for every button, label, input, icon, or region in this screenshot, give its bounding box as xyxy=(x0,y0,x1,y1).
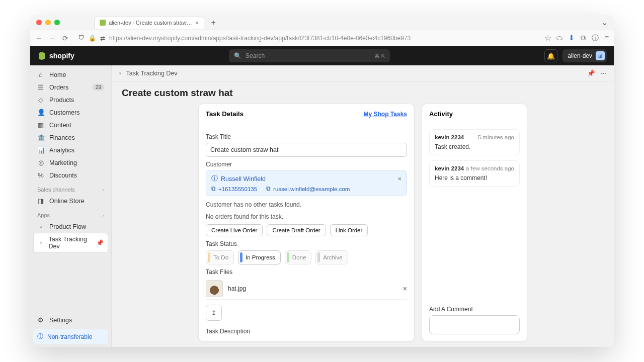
upload-button[interactable]: ↥ xyxy=(206,305,222,321)
sidebar-item-discounts[interactable]: %Discounts xyxy=(33,169,108,182)
sidebar-item-marketing[interactable]: ◎Marketing xyxy=(33,156,108,169)
info-icon: ⓘ xyxy=(211,174,218,183)
sidebar-item-content[interactable]: ▦Content xyxy=(33,119,108,131)
minimize-window[interactable] xyxy=(45,20,51,25)
status-archive[interactable]: Archive xyxy=(315,250,348,264)
tabs-dropdown-icon[interactable]: ⌄ xyxy=(601,18,608,27)
sidebar-item-home[interactable]: ⌂Home xyxy=(33,68,108,81)
app-icon: ▫ xyxy=(37,223,44,230)
chevron-right-icon: › xyxy=(102,187,104,193)
home-icon: ⌂ xyxy=(37,71,44,78)
sidebar: ⌂Home ☰Orders29 ◇Products 👤Customers ▦Co… xyxy=(30,65,112,347)
star-icon[interactable]: ☆ xyxy=(544,33,551,43)
global-search[interactable]: 🔍 Search ⌘ K xyxy=(229,49,390,62)
activity-title: Activity xyxy=(429,110,453,118)
notifications-button[interactable]: 🔔 xyxy=(544,49,557,62)
customer-phone: +16135550135 xyxy=(218,186,257,192)
non-transferable-banner[interactable]: ⓘNon-transferable xyxy=(33,329,108,344)
file-name: hat.jpg xyxy=(228,285,246,292)
status-group: To Do In Progress Done Archive xyxy=(206,250,407,264)
pocket-icon[interactable]: ⬭ xyxy=(556,34,562,43)
remove-file-icon[interactable]: × xyxy=(403,285,407,293)
menu-icon[interactable]: ≡ xyxy=(605,34,609,43)
link-order-button[interactable]: Link Order xyxy=(330,224,368,236)
shield-icon: ⛉ xyxy=(78,35,85,42)
remove-customer-icon[interactable]: × xyxy=(397,175,401,183)
files-label: Task Files xyxy=(206,268,407,276)
products-icon: ◇ xyxy=(37,96,44,104)
reload-icon[interactable]: ⟳ xyxy=(61,34,69,42)
copy-icon[interactable]: ⧉ xyxy=(266,186,271,192)
status-in-progress[interactable]: In Progress xyxy=(238,250,281,264)
brand-text: shopify xyxy=(49,52,74,60)
copy-icon[interactable]: ⧉ xyxy=(211,186,216,192)
page-title: Create custom straw hat xyxy=(112,81,614,104)
create-draft-order-button[interactable]: Create Draft Order xyxy=(267,224,326,236)
pin-icon[interactable]: 📌 xyxy=(96,239,104,246)
app-icon: ▫ xyxy=(119,70,121,77)
address-bar[interactable]: ⛉ 🔒 ⇄ https://alien-dev.myshopify.com/ad… xyxy=(74,35,539,42)
status-done[interactable]: Done xyxy=(285,250,312,264)
discounts-icon: % xyxy=(37,171,44,179)
customer-email[interactable]: russel.winfield@example.com xyxy=(273,186,350,192)
browser-tab[interactable]: alien-dev · Create custom straw… × xyxy=(94,17,204,29)
app-icon: ▫ xyxy=(38,239,44,247)
activity-item: kevin 2234a few seconds ago Here is a co… xyxy=(429,160,520,187)
analytics-icon: 📊 xyxy=(37,146,44,154)
upload-icon: ↥ xyxy=(211,309,216,316)
card-title: Task Details xyxy=(206,110,244,118)
favicon-icon xyxy=(100,20,106,26)
extensions-icon[interactable]: ⧉ xyxy=(581,34,586,43)
sidebar-section-channels[interactable]: Sales channels› xyxy=(33,182,108,195)
task-title-input[interactable] xyxy=(206,143,407,157)
sidebar-item-analytics[interactable]: 📊Analytics xyxy=(33,144,108,156)
customer-name[interactable]: Russell Winfield xyxy=(221,175,266,183)
file-row: hat.jpg × xyxy=(206,278,407,300)
browser-window: alien-dev · Create custom straw… × + ⌄ ←… xyxy=(30,15,614,347)
sidebar-item-task-tracking[interactable]: ▫Task Tracking Dev📌 xyxy=(33,233,108,253)
shopify-logo[interactable]: shopify xyxy=(37,51,74,60)
create-live-order-button[interactable]: Create Live Order xyxy=(206,224,263,236)
my-shop-tasks-link[interactable]: My Shop Tasks xyxy=(364,111,407,118)
gear-icon: ⚙ xyxy=(37,316,44,324)
shopify-topbar: shopify 🔍 Search ⌘ K 🔔 alien-dev al xyxy=(30,46,614,65)
orders-badge: 29 xyxy=(93,84,104,90)
maximize-window[interactable] xyxy=(54,20,60,25)
comment-input[interactable] xyxy=(429,315,520,334)
file-thumbnail[interactable] xyxy=(206,280,223,297)
download-icon[interactable]: ⬇ xyxy=(569,34,575,43)
sidebar-item-settings[interactable]: ⚙Settings xyxy=(33,314,108,326)
status-todo[interactable]: To Do xyxy=(206,250,234,264)
shopify-logo-icon xyxy=(37,51,46,60)
finances-icon: 🏦 xyxy=(37,134,44,141)
search-placeholder: Search xyxy=(246,52,265,59)
url-bar: ← → ⟳ ⛉ 🔒 ⇄ https://alien-dev.myshopify.… xyxy=(30,30,614,46)
forward-icon[interactable]: → xyxy=(48,34,56,42)
activity-item: kevin 22345 minutes ago Task created. xyxy=(429,129,520,155)
sidebar-item-orders[interactable]: ☰Orders29 xyxy=(33,81,108,94)
store-avatar: al xyxy=(596,51,605,60)
sidebar-item-customers[interactable]: 👤Customers xyxy=(33,106,108,119)
sidebar-item-product-flow[interactable]: ▫Product Flow xyxy=(33,220,108,233)
back-icon[interactable]: ← xyxy=(35,34,43,42)
new-tab-button[interactable]: + xyxy=(208,18,218,28)
task-details-card: Task Details My Shop Tasks Task Title Cu… xyxy=(198,104,415,342)
search-icon: 🔍 xyxy=(234,52,242,59)
sidebar-item-products[interactable]: ◇Products xyxy=(33,94,108,106)
more-icon[interactable]: ⋯ xyxy=(600,69,607,77)
sidebar-section-apps[interactable]: Apps› xyxy=(33,207,108,220)
comment-label: Add A Comment xyxy=(422,306,527,315)
sidebar-item-online-store[interactable]: ◨Online Store xyxy=(33,195,108,207)
breadcrumb-app: Task Tracking Dev xyxy=(126,70,177,77)
pin-icon[interactable]: 📌 xyxy=(587,69,595,77)
lock-icon: 🔒 xyxy=(89,35,96,42)
store-name: alien-dev xyxy=(568,52,592,59)
activity-card: Activity kevin 22345 minutes ago Task cr… xyxy=(422,104,527,342)
store-switcher[interactable]: alien-dev al xyxy=(562,49,607,62)
close-window[interactable] xyxy=(36,20,42,25)
account-icon[interactable]: ⓘ xyxy=(592,34,599,43)
customer-label: Customer xyxy=(206,161,407,168)
sidebar-item-finances[interactable]: 🏦Finances xyxy=(33,131,108,144)
close-tab-icon[interactable]: × xyxy=(195,19,199,27)
marketing-icon: ◎ xyxy=(37,159,44,166)
